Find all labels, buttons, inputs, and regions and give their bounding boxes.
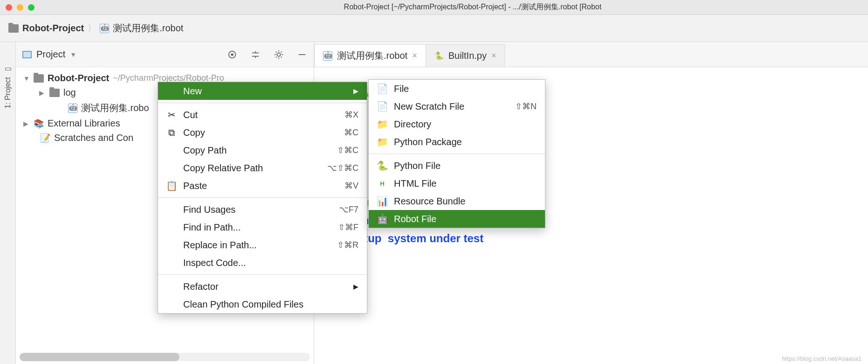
submenu-scratch-file[interactable]: 📄 New Scratch File ⇧⌘N <box>369 98 545 115</box>
copy-icon: ⧉ <box>166 127 177 138</box>
folder-icon <box>34 74 44 83</box>
menu-separator <box>158 274 367 275</box>
left-rail: 1: Project ▭ <box>0 42 16 364</box>
breadcrumb-file-label: 测试用例集.robot <box>113 22 183 35</box>
scissors-icon: ✂ <box>166 109 177 120</box>
folder-icon: 📁 <box>377 136 387 147</box>
python-icon: 🐍 <box>377 160 387 171</box>
breadcrumb-file[interactable]: 测试用例集.robot <box>100 22 183 35</box>
libraries-icon: 📚 <box>34 119 44 129</box>
menu-clean-pyc[interactable]: Clean Python Compiled Files <box>158 295 367 313</box>
window-title: Robot-Project [~/PycharmProjects/Robot-P… <box>344 2 602 12</box>
robot-icon <box>323 51 332 61</box>
paste-icon: 📋 <box>166 180 177 191</box>
robot-icon <box>68 104 77 113</box>
dropdown-icon: ▼ <box>70 51 76 58</box>
context-submenu-new: 📄 File 📄 New Scratch File ⇧⌘N 📁 Director… <box>368 79 545 228</box>
robot-icon: 🤖 <box>377 213 387 224</box>
html-icon: H <box>377 180 387 187</box>
file-icon: 📄 <box>377 101 387 112</box>
collapse-icon[interactable] <box>250 49 261 60</box>
submenu-python-file[interactable]: 🐍 Python File <box>369 157 545 175</box>
menu-new[interactable]: New ▶ <box>158 82 367 100</box>
submenu-directory[interactable]: 📁 Directory <box>369 115 545 133</box>
watermark: https://blog.csdn.net/Asaasa1 <box>782 355 861 362</box>
scratch-icon: 📝 <box>40 133 50 143</box>
menu-find-usages[interactable]: Find Usages ⌥F7 <box>158 201 367 218</box>
submenu-robot-file[interactable]: 🤖 Robot File <box>369 210 545 228</box>
menu-copy-relative-path[interactable]: Copy Relative Path ⌥⇧⌘C <box>158 159 367 177</box>
project-panel-tools <box>227 49 307 60</box>
menu-copy[interactable]: ⧉ Copy ⌘C <box>158 124 367 141</box>
chevron-right-icon: ▶ <box>353 87 358 95</box>
window-rect-icon <box>22 51 32 58</box>
submenu-resource-bundle[interactable]: 📊 Resource Bundle <box>369 192 545 210</box>
close-window-button[interactable] <box>6 4 12 11</box>
folder-icon: ▭ <box>3 65 12 74</box>
close-icon[interactable]: × <box>491 51 496 61</box>
project-panel-title[interactable]: Project ▼ <box>22 49 76 60</box>
submenu-html-file[interactable]: H HTML File <box>369 175 545 192</box>
editor-tabs: 测试用例集.robot × BuiltIn.py × <box>314 42 868 67</box>
menu-paste[interactable]: 📋 Paste ⌘V <box>158 177 367 195</box>
menu-replace-in-path[interactable]: Replace in Path... ⇧⌘R <box>158 236 367 254</box>
menu-separator <box>369 154 545 154</box>
menu-cut[interactable]: ✂ Cut ⌘X <box>158 106 367 124</box>
menu-copy-path[interactable]: Copy Path ⇧⌘C <box>158 141 367 159</box>
menu-find-in-path[interactable]: Find in Path... ⇧⌘F <box>158 218 367 236</box>
arrow-down-icon <box>23 75 30 82</box>
menu-separator <box>158 103 367 103</box>
folder-icon <box>8 24 19 33</box>
arrow-right-icon <box>23 120 30 127</box>
bundle-icon: 📊 <box>377 196 387 207</box>
folder-icon: 📁 <box>377 119 387 130</box>
context-menu: New ▶ ✂ Cut ⌘X ⧉ Copy ⌘C Copy Path ⇧⌘C C… <box>158 82 367 314</box>
submenu-file[interactable]: 📄 File <box>369 80 545 98</box>
locate-icon[interactable] <box>227 49 237 60</box>
close-icon[interactable]: × <box>412 51 417 61</box>
minimize-window-button[interactable] <box>17 4 23 11</box>
svg-point-1 <box>231 54 233 56</box>
folder-icon <box>49 89 60 97</box>
breadcrumb: Robot-Project 〉 测试用例集.robot <box>0 15 868 42</box>
breadcrumb-separator: 〉 <box>88 23 96 34</box>
tab-builtin-py[interactable]: BuiltIn.py × <box>426 44 505 67</box>
chevron-right-icon: ▶ <box>353 283 358 290</box>
breadcrumb-project-label: Robot-Project <box>22 23 84 34</box>
svg-point-2 <box>277 53 280 56</box>
submenu-python-package[interactable]: 📁 Python Package <box>369 133 545 151</box>
breadcrumb-root[interactable]: Robot-Project <box>8 23 84 34</box>
robot-icon <box>100 24 109 33</box>
gear-icon[interactable] <box>274 49 284 60</box>
project-rail-tab[interactable]: 1: Project ▭ <box>3 65 12 109</box>
arrow-right-icon <box>39 89 46 97</box>
python-icon <box>434 51 444 61</box>
maximize-window-button[interactable] <box>28 4 34 11</box>
tab-robot-file[interactable]: 测试用例集.robot × <box>314 44 426 67</box>
traffic-lights <box>0 4 34 11</box>
menu-separator <box>158 197 367 198</box>
menu-refactor[interactable]: Refactor ▶ <box>158 278 367 295</box>
minimize-icon[interactable] <box>297 49 307 60</box>
file-icon: 📄 <box>377 83 387 94</box>
titlebar: Robot-Project [~/PycharmProjects/Robot-P… <box>0 0 868 15</box>
project-panel-header: Project ▼ <box>16 42 314 67</box>
menu-inspect-code[interactable]: Inspect Code... <box>158 254 367 272</box>
horizontal-scrollbar[interactable] <box>20 353 310 361</box>
